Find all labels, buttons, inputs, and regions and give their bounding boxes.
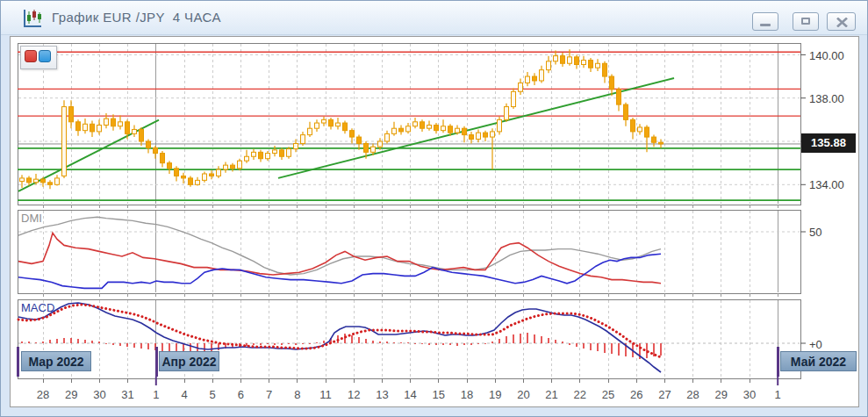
day-label: 15 — [433, 388, 445, 401]
maximize-button[interactable] — [793, 12, 819, 31]
day-label: 14 — [404, 388, 416, 401]
day-label: 27 — [658, 388, 671, 401]
day-label: 31 — [121, 388, 133, 401]
chart-area[interactable] — [10, 36, 859, 407]
day-label: 28 — [686, 388, 699, 401]
legend-red-button[interactable] — [25, 50, 37, 62]
day-label: 18 — [461, 388, 473, 401]
macd-panel-label: MACD — [21, 301, 54, 314]
day-label: 22 — [574, 388, 586, 401]
day-label: 29 — [715, 388, 728, 401]
day-label: 28 — [37, 388, 49, 401]
day-label: 8 — [294, 388, 300, 401]
current-price-badge: 135.88 — [801, 133, 856, 153]
month-badge-april[interactable]: Апр 2022 — [159, 351, 219, 371]
close-button[interactable] — [827, 12, 856, 31]
day-label: 4 — [181, 388, 187, 401]
app-window: График EUR /JPY 4 ЧАСА DMI MACD 140.00 1… — [0, 0, 868, 417]
minimize-button[interactable] — [752, 12, 778, 31]
chart-legend-toolbar — [20, 46, 57, 69]
day-label: 21 — [545, 388, 557, 401]
price-label-138: 138.00 — [809, 92, 844, 105]
close-icon — [836, 18, 848, 27]
day-label: 30 — [743, 388, 756, 401]
maximize-icon — [801, 18, 810, 25]
title-bar[interactable]: График EUR /JPY 4 ЧАСА — [1, 1, 867, 35]
day-label: 13 — [376, 388, 388, 401]
day-label: 7 — [266, 388, 272, 401]
candlestick-chart-icon — [22, 8, 43, 29]
day-label: 25 — [602, 388, 614, 401]
day-label: 29 — [65, 388, 77, 401]
price-label-134: 134.00 — [809, 178, 844, 191]
legend-blue-button[interactable] — [39, 50, 51, 62]
day-label: 1 — [775, 388, 781, 401]
month-badge-march[interactable]: Мар 2022 — [21, 351, 91, 371]
month-badge-may[interactable]: Май 2022 — [780, 351, 857, 371]
macd-level-label: +0 — [809, 338, 822, 351]
day-label: 6 — [238, 388, 244, 401]
day-label: 26 — [630, 388, 642, 401]
day-label: 5 — [210, 388, 216, 401]
day-label: 30 — [93, 388, 105, 401]
day-label: 1 — [153, 388, 159, 401]
window-title: График EUR /JPY 4 ЧАСА — [52, 1, 221, 34]
day-label: 12 — [348, 388, 360, 401]
day-label: 11 — [319, 388, 332, 401]
day-label: 20 — [517, 388, 529, 401]
day-label: 19 — [489, 388, 501, 401]
price-label-140: 140.00 — [809, 49, 844, 62]
minimize-icon — [760, 24, 771, 26]
dmi-panel-label: DMI — [21, 212, 42, 225]
dmi-level-label: 50 — [809, 226, 821, 239]
